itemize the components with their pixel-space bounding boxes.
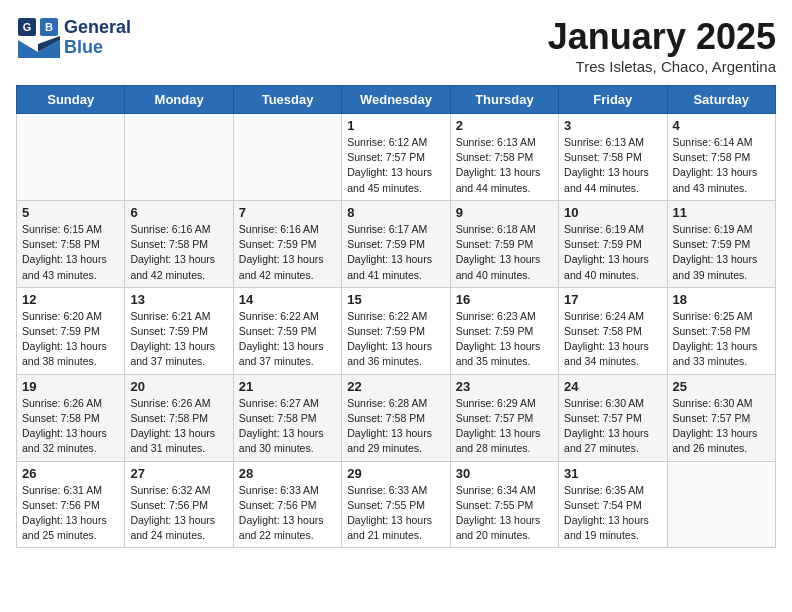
calendar-cell: 14Sunrise: 6:22 AM Sunset: 7:59 PM Dayli…	[233, 287, 341, 374]
day-info: Sunrise: 6:23 AM Sunset: 7:59 PM Dayligh…	[456, 309, 553, 370]
calendar-table: SundayMondayTuesdayWednesdayThursdayFrid…	[16, 85, 776, 548]
day-info: Sunrise: 6:22 AM Sunset: 7:59 PM Dayligh…	[347, 309, 444, 370]
day-info: Sunrise: 6:27 AM Sunset: 7:58 PM Dayligh…	[239, 396, 336, 457]
calendar-week-row: 1Sunrise: 6:12 AM Sunset: 7:57 PM Daylig…	[17, 114, 776, 201]
day-number: 17	[564, 292, 661, 307]
calendar-cell: 22Sunrise: 6:28 AM Sunset: 7:58 PM Dayli…	[342, 374, 450, 461]
day-info: Sunrise: 6:22 AM Sunset: 7:59 PM Dayligh…	[239, 309, 336, 370]
calendar-cell: 9Sunrise: 6:18 AM Sunset: 7:59 PM Daylig…	[450, 200, 558, 287]
calendar-cell	[667, 461, 775, 548]
weekday-header-sunday: Sunday	[17, 86, 125, 114]
day-info: Sunrise: 6:26 AM Sunset: 7:58 PM Dayligh…	[130, 396, 227, 457]
day-info: Sunrise: 6:33 AM Sunset: 7:56 PM Dayligh…	[239, 483, 336, 544]
logo-icon: G B	[16, 16, 60, 60]
day-number: 2	[456, 118, 553, 133]
svg-text:G: G	[23, 21, 32, 33]
day-info: Sunrise: 6:35 AM Sunset: 7:54 PM Dayligh…	[564, 483, 661, 544]
calendar-cell: 1Sunrise: 6:12 AM Sunset: 7:57 PM Daylig…	[342, 114, 450, 201]
day-info: Sunrise: 6:33 AM Sunset: 7:55 PM Dayligh…	[347, 483, 444, 544]
day-info: Sunrise: 6:32 AM Sunset: 7:56 PM Dayligh…	[130, 483, 227, 544]
day-number: 8	[347, 205, 444, 220]
day-info: Sunrise: 6:21 AM Sunset: 7:59 PM Dayligh…	[130, 309, 227, 370]
calendar-cell: 23Sunrise: 6:29 AM Sunset: 7:57 PM Dayli…	[450, 374, 558, 461]
logo-line2: Blue	[64, 38, 131, 58]
day-info: Sunrise: 6:26 AM Sunset: 7:58 PM Dayligh…	[22, 396, 119, 457]
weekday-header-tuesday: Tuesday	[233, 86, 341, 114]
logo-line1: General	[64, 18, 131, 38]
day-number: 26	[22, 466, 119, 481]
calendar-cell: 17Sunrise: 6:24 AM Sunset: 7:58 PM Dayli…	[559, 287, 667, 374]
calendar-cell: 16Sunrise: 6:23 AM Sunset: 7:59 PM Dayli…	[450, 287, 558, 374]
day-number: 25	[673, 379, 770, 394]
calendar-week-row: 12Sunrise: 6:20 AM Sunset: 7:59 PM Dayli…	[17, 287, 776, 374]
calendar-cell	[17, 114, 125, 201]
calendar-cell: 4Sunrise: 6:14 AM Sunset: 7:58 PM Daylig…	[667, 114, 775, 201]
day-info: Sunrise: 6:25 AM Sunset: 7:58 PM Dayligh…	[673, 309, 770, 370]
day-info: Sunrise: 6:16 AM Sunset: 7:59 PM Dayligh…	[239, 222, 336, 283]
day-info: Sunrise: 6:13 AM Sunset: 7:58 PM Dayligh…	[456, 135, 553, 196]
weekday-header-thursday: Thursday	[450, 86, 558, 114]
weekday-header-wednesday: Wednesday	[342, 86, 450, 114]
calendar-cell	[233, 114, 341, 201]
day-number: 4	[673, 118, 770, 133]
calendar-cell: 31Sunrise: 6:35 AM Sunset: 7:54 PM Dayli…	[559, 461, 667, 548]
calendar-cell: 28Sunrise: 6:33 AM Sunset: 7:56 PM Dayli…	[233, 461, 341, 548]
day-number: 27	[130, 466, 227, 481]
calendar-cell: 20Sunrise: 6:26 AM Sunset: 7:58 PM Dayli…	[125, 374, 233, 461]
day-number: 24	[564, 379, 661, 394]
day-info: Sunrise: 6:30 AM Sunset: 7:57 PM Dayligh…	[564, 396, 661, 457]
day-number: 18	[673, 292, 770, 307]
calendar-cell: 26Sunrise: 6:31 AM Sunset: 7:56 PM Dayli…	[17, 461, 125, 548]
day-number: 19	[22, 379, 119, 394]
day-number: 30	[456, 466, 553, 481]
month-year-title: January 2025	[548, 16, 776, 58]
day-info: Sunrise: 6:19 AM Sunset: 7:59 PM Dayligh…	[564, 222, 661, 283]
calendar-cell: 15Sunrise: 6:22 AM Sunset: 7:59 PM Dayli…	[342, 287, 450, 374]
day-number: 29	[347, 466, 444, 481]
day-number: 11	[673, 205, 770, 220]
day-number: 3	[564, 118, 661, 133]
day-number: 1	[347, 118, 444, 133]
weekday-header-row: SundayMondayTuesdayWednesdayThursdayFrid…	[17, 86, 776, 114]
day-number: 21	[239, 379, 336, 394]
calendar-week-row: 26Sunrise: 6:31 AM Sunset: 7:56 PM Dayli…	[17, 461, 776, 548]
calendar-cell: 7Sunrise: 6:16 AM Sunset: 7:59 PM Daylig…	[233, 200, 341, 287]
weekday-header-saturday: Saturday	[667, 86, 775, 114]
calendar-cell: 5Sunrise: 6:15 AM Sunset: 7:58 PM Daylig…	[17, 200, 125, 287]
calendar-cell: 30Sunrise: 6:34 AM Sunset: 7:55 PM Dayli…	[450, 461, 558, 548]
calendar-cell	[125, 114, 233, 201]
calendar-cell: 29Sunrise: 6:33 AM Sunset: 7:55 PM Dayli…	[342, 461, 450, 548]
day-info: Sunrise: 6:30 AM Sunset: 7:57 PM Dayligh…	[673, 396, 770, 457]
day-number: 23	[456, 379, 553, 394]
calendar-cell: 11Sunrise: 6:19 AM Sunset: 7:59 PM Dayli…	[667, 200, 775, 287]
calendar-cell: 3Sunrise: 6:13 AM Sunset: 7:58 PM Daylig…	[559, 114, 667, 201]
calendar-cell: 21Sunrise: 6:27 AM Sunset: 7:58 PM Dayli…	[233, 374, 341, 461]
calendar-cell: 12Sunrise: 6:20 AM Sunset: 7:59 PM Dayli…	[17, 287, 125, 374]
day-number: 28	[239, 466, 336, 481]
page-header: G B General Blue January 2025 Tres Islet…	[16, 16, 776, 75]
day-number: 16	[456, 292, 553, 307]
calendar-cell: 25Sunrise: 6:30 AM Sunset: 7:57 PM Dayli…	[667, 374, 775, 461]
day-info: Sunrise: 6:24 AM Sunset: 7:58 PM Dayligh…	[564, 309, 661, 370]
day-info: Sunrise: 6:14 AM Sunset: 7:58 PM Dayligh…	[673, 135, 770, 196]
day-number: 15	[347, 292, 444, 307]
day-number: 14	[239, 292, 336, 307]
day-info: Sunrise: 6:12 AM Sunset: 7:57 PM Dayligh…	[347, 135, 444, 196]
day-number: 22	[347, 379, 444, 394]
day-info: Sunrise: 6:16 AM Sunset: 7:58 PM Dayligh…	[130, 222, 227, 283]
day-number: 6	[130, 205, 227, 220]
calendar-cell: 2Sunrise: 6:13 AM Sunset: 7:58 PM Daylig…	[450, 114, 558, 201]
day-info: Sunrise: 6:34 AM Sunset: 7:55 PM Dayligh…	[456, 483, 553, 544]
day-number: 9	[456, 205, 553, 220]
day-number: 5	[22, 205, 119, 220]
day-info: Sunrise: 6:19 AM Sunset: 7:59 PM Dayligh…	[673, 222, 770, 283]
calendar-week-row: 19Sunrise: 6:26 AM Sunset: 7:58 PM Dayli…	[17, 374, 776, 461]
calendar-cell: 10Sunrise: 6:19 AM Sunset: 7:59 PM Dayli…	[559, 200, 667, 287]
day-number: 12	[22, 292, 119, 307]
day-info: Sunrise: 6:31 AM Sunset: 7:56 PM Dayligh…	[22, 483, 119, 544]
calendar-cell: 8Sunrise: 6:17 AM Sunset: 7:59 PM Daylig…	[342, 200, 450, 287]
svg-text:B: B	[45, 21, 53, 33]
calendar-cell: 19Sunrise: 6:26 AM Sunset: 7:58 PM Dayli…	[17, 374, 125, 461]
calendar-cell: 18Sunrise: 6:25 AM Sunset: 7:58 PM Dayli…	[667, 287, 775, 374]
day-info: Sunrise: 6:17 AM Sunset: 7:59 PM Dayligh…	[347, 222, 444, 283]
